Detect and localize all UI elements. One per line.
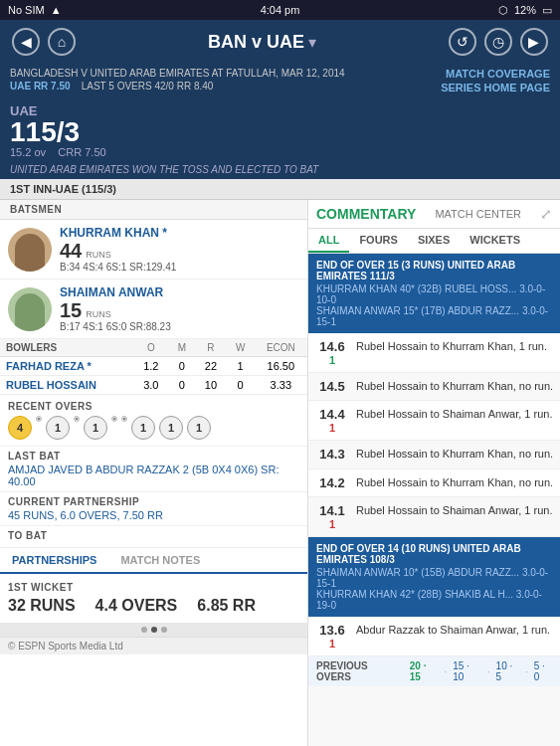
current-partnership-block: CURRENT PARTNERSHIP 45 RUNS, 6.0 OVERS, … [0, 492, 307, 526]
last-bat-block: LAST BAT AMJAD JAVED B ABDUR RAZZAK 2 (5… [0, 447, 307, 492]
over-summary-1: END OF OVER 15 (3 RUNS) UNITED ARAB EMIR… [308, 254, 560, 333]
ball-6: · [121, 416, 127, 422]
batsman-name-2: SHAIMAN ANWAR [60, 285, 299, 299]
dot-2 [151, 627, 157, 633]
status-time: 4:04 pm [261, 4, 300, 16]
commentary-item-5: 14.1 1 Rubel Hossain to Shaiman Anwar, 1… [308, 497, 560, 537]
innings-text: 1ST INN-UAE (115/3) [10, 183, 116, 195]
match-links: MATCH COVERAGE SERIES HOME PAGE [441, 68, 550, 95]
bowler-w-2: 0 [227, 376, 255, 395]
prev-over-2[interactable]: 10 · 5 [496, 660, 519, 682]
dropdown-icon[interactable]: ▾ [308, 33, 316, 52]
over-summary-2: END OF OVER 14 (10 RUNS) UNITED ARAB EMI… [308, 537, 560, 617]
ctab-sixes[interactable]: SIXES [408, 229, 460, 253]
dot-3 [161, 627, 167, 633]
clock-button[interactable]: ◷ [484, 28, 512, 56]
dot-1 [141, 627, 147, 633]
partnerships-tabs: PARTNERSHIPS MATCH NOTES [0, 548, 307, 574]
over-summary-detail2-1: SHAIMAN ANWAR 15* (17B) ABDUR RAZZ... 3.… [316, 305, 552, 327]
series-home-link[interactable]: SERIES HOME PAGE [441, 82, 550, 93]
to-bat-block: TO BAT [0, 526, 307, 548]
ctab-wickets[interactable]: WICKETS [460, 229, 530, 253]
score-runs: 115/3 [10, 118, 106, 146]
overs: 15.2 ov [10, 146, 46, 158]
status-right: ⬡ 12% ▭ [498, 4, 552, 17]
batsman-info-2: SHAIMAN ANWAR 15 RUNS B:17 4S:1 6S:0 SR:… [60, 285, 299, 332]
wicket-info: 1ST WICKET 32 RUNS 4.4 OVERS 6.85 RR [0, 574, 307, 623]
col-r: R [195, 339, 227, 357]
batsman-info-1: KHURRAM KHAN * 44 RUNS B:34 4S:4 6S:1 SR… [60, 226, 299, 273]
avatar-silhouette-1 [15, 234, 45, 272]
over-number-4: 14.2 [314, 475, 350, 490]
batsman-runs-row-2: 15 RUNS [60, 299, 299, 321]
crr: CRR 7.50 [58, 146, 105, 158]
venue-info: BANGLADESH V UNITED ARAB EMIRATES AT FAT… [10, 68, 345, 92]
prev-over-0[interactable]: 20 · 15 [410, 660, 439, 682]
ball-8: 1 [159, 416, 183, 440]
home-button[interactable]: ⌂ [48, 28, 76, 56]
bowler-row-1: FARHAD REZA * 1.2 0 22 1 16.50 [0, 357, 307, 376]
commentary-title: COMMENTARY [316, 206, 416, 222]
batsman-runs-2: 15 [60, 299, 82, 321]
over-num-sub-0: 1 [314, 354, 350, 366]
commentary-item-3: 14.3 Rubel Hossain to Khurram Khan, no r… [308, 441, 560, 468]
back-button[interactable]: ◀ [12, 28, 40, 56]
wicket-overs-val: 4.4 OVERS [95, 597, 178, 615]
refresh-button[interactable]: ↺ [449, 28, 476, 56]
bowler-r-2: 10 [195, 376, 227, 395]
over-number-3: 14.3 [314, 447, 350, 462]
prev-over-3[interactable]: 5 · 0 [534, 660, 552, 682]
right-panel: COMMENTARY MATCH CENTER ⤢ ALL FOURS SIXE… [308, 200, 560, 746]
col-m: M [169, 339, 196, 357]
commentary-item-2: 14.4 1 Rubel Hossain to Shaiman Anwar, 1… [308, 401, 560, 441]
expand-icon[interactable]: ⤢ [540, 206, 552, 222]
over-num-main-last: 13.6 [314, 623, 350, 638]
over-num-main-4: 14.2 [314, 475, 350, 490]
prev-over-1[interactable]: 15 · 10 [453, 660, 481, 682]
batsman-runs-label-1: RUNS [86, 250, 111, 260]
ball-0: 4 [8, 416, 32, 440]
over-summary-title-1: END OF OVER 15 (3 RUNS) UNITED ARAB EMIR… [316, 260, 552, 281]
bowler-r-1: 22 [195, 357, 227, 376]
ctab-fours[interactable]: FOURS [349, 229, 408, 253]
battery-level: 12% [514, 4, 536, 16]
batsman-avatar-1 [8, 228, 52, 272]
commentary-text-2: Rubel Hossain to Shaiman Anwar, 1 run. [356, 407, 554, 422]
status-bar: No SIM ▲ 4:04 pm ⬡ 12% ▭ [0, 0, 560, 20]
bowler-m-1: 0 [169, 357, 196, 376]
commentary-tabs: ALL FOURS SIXES WICKETS [308, 229, 560, 254]
commentary-text-1: Rubel Hossain to Khurram Khan, no run. [356, 379, 554, 394]
match-center-button[interactable]: MATCH CENTER [435, 208, 521, 220]
over-number-1: 14.5 [314, 379, 350, 394]
avatar-silhouette-2 [15, 293, 45, 331]
to-bat-label: TO BAT [8, 530, 299, 541]
commentary-text-3: Rubel Hossain to Khurram Khan, no run. [356, 447, 554, 462]
tab-match-notes[interactable]: MATCH NOTES [108, 548, 212, 572]
commentary-list: END OF OVER 15 (3 RUNS) UNITED ARAB EMIR… [308, 254, 560, 746]
status-left: No SIM ▲ [8, 4, 62, 16]
col-w: W [227, 339, 255, 357]
col-o: O [133, 339, 169, 357]
bowler-m-2: 0 [169, 376, 196, 395]
match-coverage-link[interactable]: MATCH COVERAGE [441, 68, 550, 80]
commentary-text-5: Rubel Hossain to Shaiman Anwar, 1 run. [356, 503, 554, 518]
wicket-title: 1ST WICKET [8, 582, 299, 593]
commentary-item-last: 13.6 1 Abdur Razzak to Shaiman Anwar, 1 … [308, 617, 560, 656]
over-num-main-0: 14.6 [314, 339, 350, 354]
tab-partnerships[interactable]: PARTNERSHIPS [0, 548, 108, 574]
over-number-0: 14.6 1 [314, 339, 350, 366]
ctab-all[interactable]: ALL [308, 229, 349, 253]
match-info-bar: BANGLADESH V UNITED ARAB EMIRATES AT FAT… [0, 64, 560, 101]
batsman-row-1: KHURRAM KHAN * 44 RUNS B:34 4S:4 6S:1 SR… [0, 220, 307, 280]
forward-button[interactable]: ▶ [520, 28, 548, 56]
bowler-w-1: 1 [227, 357, 255, 376]
ball-1: · [36, 416, 42, 422]
match-title: BAN v UAE [208, 32, 304, 53]
wicket-stat-rr: 6.85 RR [197, 597, 256, 615]
col-econ: ECON [255, 339, 307, 357]
over-summary-detail1-2: SHAIMAN ANWAR 10* (15B) ABDUR RAZZ... 3.… [316, 567, 552, 589]
over-num-sub-5: 1 [314, 518, 350, 530]
bowler-row-2: RUBEL HOSSAIN 3.0 0 10 0 3.33 [0, 376, 307, 395]
bowler-name-1: FARHAD REZA * [0, 357, 133, 376]
batsman-name-1: KHURRAM KHAN * [60, 226, 299, 240]
